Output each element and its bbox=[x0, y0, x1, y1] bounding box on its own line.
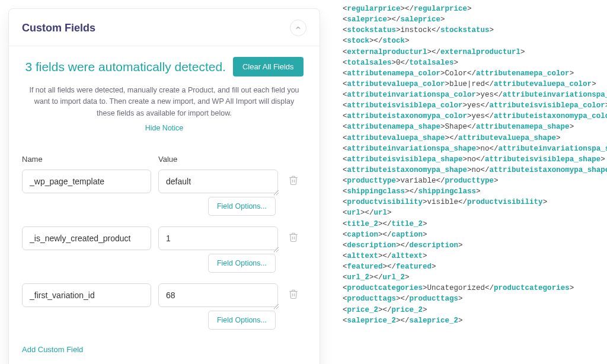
xml-line: <caption></caption> bbox=[343, 229, 607, 240]
add-custom-field-link[interactable]: Add Custom Field bbox=[9, 340, 320, 354]
custom-field-row: Field Options... bbox=[9, 283, 320, 340]
xml-line: <attributeisvisiblepa_color>yes</attribu… bbox=[343, 100, 607, 111]
xml-line: <productcategories>Uncategorized</produc… bbox=[343, 283, 607, 293]
xml-line: <attributeinvariationspa_color>yes</attr… bbox=[343, 90, 607, 100]
field-value-input[interactable] bbox=[158, 283, 278, 307]
field-value-input[interactable] bbox=[158, 226, 278, 250]
xml-line: <productvisibility>visible</productvisib… bbox=[343, 197, 607, 207]
xml-line: <url_2></url_2> bbox=[343, 272, 607, 283]
trash-icon bbox=[288, 175, 299, 186]
xml-line: <alttext></alttext> bbox=[343, 251, 607, 261]
fields-container: Field Options... Field Options... bbox=[9, 170, 320, 340]
trash-icon bbox=[288, 289, 299, 299]
xml-line: <attributevaluepa_color>blue|red</attrib… bbox=[343, 79, 607, 90]
value-wrap bbox=[158, 283, 278, 307]
field-name-input[interactable] bbox=[22, 170, 151, 193]
xml-line: <saleprice_2></saleprice_2> bbox=[343, 315, 607, 326]
xml-line: <regularprice></regularprice> bbox=[343, 4, 607, 14]
field-row bbox=[22, 283, 306, 307]
card-header: Custom Fields bbox=[9, 9, 320, 46]
custom-fields-card: Custom Fields 3 fields were automaticall… bbox=[8, 8, 320, 364]
xml-line: <saleprice></saleprice> bbox=[343, 14, 607, 25]
xml-line: <price_2></price_2> bbox=[343, 305, 607, 315]
delete-field-button[interactable] bbox=[285, 226, 302, 242]
name-column-header: Name bbox=[22, 155, 151, 164]
field-options-button[interactable]: Field Options... bbox=[208, 311, 276, 330]
xml-line: <producttags></producttags> bbox=[343, 293, 607, 304]
value-column-header: Value bbox=[158, 155, 306, 164]
xml-line: <url></url> bbox=[343, 207, 607, 218]
column-headers: Name Value bbox=[9, 143, 320, 170]
chevron-up-icon bbox=[295, 24, 302, 31]
options-row: Field Options... bbox=[22, 250, 306, 283]
field-value-input[interactable] bbox=[158, 170, 278, 193]
xml-preview-panel: <regularprice></regularprice><saleprice>… bbox=[332, 0, 607, 364]
xml-line: <attributevaluepa_shape></attributevalue… bbox=[343, 133, 607, 143]
xml-line: <title_2></title_2> bbox=[343, 219, 607, 229]
detection-row: 3 fields were automatically detected. Cl… bbox=[9, 46, 320, 82]
xml-line: <attributeistaxonomypa_shape>no</attribu… bbox=[343, 165, 607, 175]
xml-line: <attributenamepa_shape>Shape</attributen… bbox=[343, 122, 607, 132]
trash-icon bbox=[288, 232, 299, 242]
collapse-toggle[interactable] bbox=[290, 20, 306, 36]
custom-fields-panel: Custom Fields 3 fields were automaticall… bbox=[0, 0, 332, 364]
xml-line: <attributenamepa_color>Color</attributen… bbox=[343, 68, 607, 79]
xml-line: <stockstatus>instock</stockstatus> bbox=[343, 25, 607, 36]
field-options-button[interactable]: Field Options... bbox=[208, 197, 276, 216]
custom-field-row: Field Options... bbox=[9, 170, 320, 226]
options-row: Field Options... bbox=[22, 307, 306, 340]
xml-line: <attributeistaxonomypa_color>yes</attrib… bbox=[343, 111, 607, 122]
xml-line: <attributeisvisiblepa_shape>no</attribut… bbox=[343, 154, 607, 165]
delete-field-button[interactable] bbox=[285, 170, 302, 186]
field-row bbox=[22, 226, 306, 250]
clear-all-fields-button[interactable]: Clear All Fields bbox=[233, 57, 304, 76]
xml-line: <description></description> bbox=[343, 240, 607, 251]
detected-fields-text: 3 fields were automatically detected. bbox=[25, 60, 226, 74]
xml-line: <totalsales>0</totalsales> bbox=[343, 58, 607, 68]
xml-line: <producttype>variable</producttype> bbox=[343, 175, 607, 186]
xml-line: <attributeinvariationspa_shape>no</attri… bbox=[343, 143, 607, 154]
resizer-icon[interactable] bbox=[273, 245, 279, 251]
resizer-icon[interactable] bbox=[273, 302, 279, 308]
delete-field-button[interactable] bbox=[285, 283, 302, 299]
resizer-icon[interactable] bbox=[273, 189, 279, 194]
field-name-input[interactable] bbox=[22, 226, 151, 250]
help-text: If not all fields were detected, manuall… bbox=[9, 82, 320, 124]
xml-line: <shippingclass></shippingclass> bbox=[343, 186, 607, 197]
field-name-input[interactable] bbox=[22, 283, 151, 307]
field-options-button[interactable]: Field Options... bbox=[208, 254, 276, 273]
xml-line: <externalproducturl></externalproducturl… bbox=[343, 47, 607, 58]
card-title: Custom Fields bbox=[22, 22, 95, 34]
options-row: Field Options... bbox=[22, 193, 306, 226]
xml-line: <stock></stock> bbox=[343, 36, 607, 46]
hide-notice-link[interactable]: Hide Notice bbox=[9, 124, 320, 143]
xml-line: <featured></featured> bbox=[343, 261, 607, 272]
field-row bbox=[22, 170, 306, 193]
value-wrap bbox=[158, 170, 278, 193]
value-wrap bbox=[158, 226, 278, 250]
custom-field-row: Field Options... bbox=[9, 226, 320, 283]
